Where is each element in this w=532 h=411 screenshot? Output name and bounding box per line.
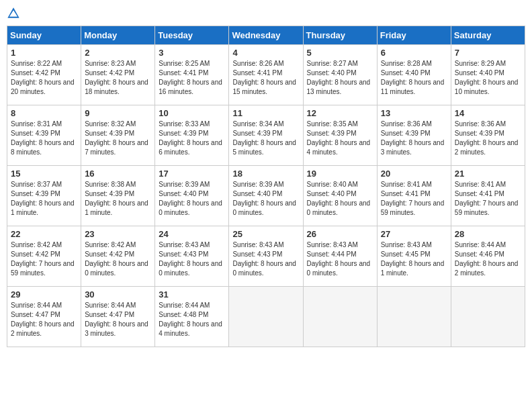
calendar-day-cell: 11 Sunrise: 8:34 AM Sunset: 4:39 PM Dayl… bbox=[229, 105, 303, 166]
day-info: Sunrise: 8:29 AM Sunset: 4:40 PM Dayligh… bbox=[455, 59, 521, 97]
calendar-day-cell bbox=[377, 287, 451, 347]
day-info: Sunrise: 8:37 AM Sunset: 4:39 PM Dayligh… bbox=[11, 180, 77, 218]
calendar-day-cell: 13 Sunrise: 8:36 AM Sunset: 4:39 PM Dayl… bbox=[377, 105, 451, 166]
day-info: Sunrise: 8:42 AM Sunset: 4:42 PM Dayligh… bbox=[11, 240, 77, 278]
day-number: 9 bbox=[85, 108, 151, 118]
day-info: Sunrise: 8:22 AM Sunset: 4:42 PM Dayligh… bbox=[11, 59, 77, 97]
calendar-header-row: SundayMondayTuesdayWednesdayThursdayFrid… bbox=[7, 26, 525, 45]
day-number: 10 bbox=[159, 108, 225, 118]
calendar-week-row: 1 Sunrise: 8:22 AM Sunset: 4:42 PM Dayli… bbox=[7, 45, 525, 105]
day-number: 17 bbox=[159, 169, 225, 179]
calendar-day-header: Tuesday bbox=[155, 26, 229, 45]
day-info: Sunrise: 8:40 AM Sunset: 4:40 PM Dayligh… bbox=[307, 180, 373, 218]
calendar-day-cell: 30 Sunrise: 8:44 AM Sunset: 4:47 PM Dayl… bbox=[81, 287, 155, 347]
day-info: Sunrise: 8:28 AM Sunset: 4:40 PM Dayligh… bbox=[381, 59, 447, 97]
calendar-day-cell: 15 Sunrise: 8:37 AM Sunset: 4:39 PM Dayl… bbox=[7, 166, 81, 226]
day-info: Sunrise: 8:43 AM Sunset: 4:43 PM Dayligh… bbox=[159, 240, 225, 278]
calendar-day-cell: 26 Sunrise: 8:43 AM Sunset: 4:44 PM Dayl… bbox=[303, 226, 377, 287]
day-info: Sunrise: 8:34 AM Sunset: 4:39 PM Dayligh… bbox=[232, 120, 299, 157]
calendar-day-cell: 25 Sunrise: 8:43 AM Sunset: 4:43 PM Dayl… bbox=[229, 226, 303, 287]
day-info: Sunrise: 8:43 AM Sunset: 4:44 PM Dayligh… bbox=[307, 240, 373, 278]
day-info: Sunrise: 8:42 AM Sunset: 4:42 PM Dayligh… bbox=[85, 240, 151, 278]
day-number: 31 bbox=[159, 289, 225, 300]
day-number: 30 bbox=[85, 289, 151, 300]
calendar-table: SundayMondayTuesdayWednesdayThursdayFrid… bbox=[7, 26, 525, 347]
day-info: Sunrise: 8:44 AM Sunset: 4:47 PM Dayligh… bbox=[11, 301, 77, 338]
day-number: 16 bbox=[85, 169, 151, 179]
day-number: 23 bbox=[85, 229, 151, 239]
day-number: 24 bbox=[159, 229, 225, 239]
day-info: Sunrise: 8:36 AM Sunset: 4:39 PM Dayligh… bbox=[455, 120, 521, 157]
calendar-day-header: Thursday bbox=[303, 26, 377, 45]
calendar-day-cell: 23 Sunrise: 8:42 AM Sunset: 4:42 PM Dayl… bbox=[81, 226, 155, 287]
day-number: 14 bbox=[455, 108, 521, 118]
calendar-day-header: Wednesday bbox=[229, 26, 303, 45]
calendar-day-cell bbox=[229, 287, 303, 347]
day-info: Sunrise: 8:26 AM Sunset: 4:41 PM Dayligh… bbox=[232, 59, 299, 97]
calendar-day-cell bbox=[451, 287, 525, 347]
day-number: 26 bbox=[307, 229, 373, 239]
day-number: 3 bbox=[159, 48, 225, 58]
day-info: Sunrise: 8:39 AM Sunset: 4:40 PM Dayligh… bbox=[232, 180, 299, 218]
day-info: Sunrise: 8:23 AM Sunset: 4:42 PM Dayligh… bbox=[85, 59, 151, 97]
calendar-day-cell: 31 Sunrise: 8:44 AM Sunset: 4:48 PM Dayl… bbox=[155, 287, 229, 347]
calendar-day-cell: 3 Sunrise: 8:25 AM Sunset: 4:41 PM Dayli… bbox=[155, 45, 229, 105]
calendar-day-cell: 28 Sunrise: 8:44 AM Sunset: 4:46 PM Dayl… bbox=[451, 226, 525, 287]
day-info: Sunrise: 8:44 AM Sunset: 4:46 PM Dayligh… bbox=[455, 240, 521, 278]
day-number: 4 bbox=[232, 48, 299, 58]
day-info: Sunrise: 8:33 AM Sunset: 4:39 PM Dayligh… bbox=[159, 120, 225, 157]
day-info: Sunrise: 8:43 AM Sunset: 4:43 PM Dayligh… bbox=[232, 240, 299, 278]
calendar-week-row: 15 Sunrise: 8:37 AM Sunset: 4:39 PM Dayl… bbox=[7, 166, 525, 226]
calendar-day-cell: 9 Sunrise: 8:32 AM Sunset: 4:39 PM Dayli… bbox=[81, 105, 155, 166]
day-number: 22 bbox=[11, 229, 77, 239]
day-number: 21 bbox=[455, 169, 521, 179]
day-number: 15 bbox=[11, 169, 77, 179]
day-info: Sunrise: 8:35 AM Sunset: 4:39 PM Dayligh… bbox=[307, 120, 373, 157]
day-number: 5 bbox=[307, 48, 373, 58]
day-number: 19 bbox=[307, 169, 373, 179]
day-info: Sunrise: 8:38 AM Sunset: 4:39 PM Dayligh… bbox=[85, 180, 151, 218]
calendar-day-cell: 16 Sunrise: 8:38 AM Sunset: 4:39 PM Dayl… bbox=[81, 166, 155, 226]
day-number: 6 bbox=[381, 48, 447, 58]
day-info: Sunrise: 8:32 AM Sunset: 4:39 PM Dayligh… bbox=[85, 120, 151, 157]
calendar-day-header: Sunday bbox=[7, 26, 81, 45]
day-info: Sunrise: 8:27 AM Sunset: 4:40 PM Dayligh… bbox=[307, 59, 373, 97]
calendar-day-cell: 4 Sunrise: 8:26 AM Sunset: 4:41 PM Dayli… bbox=[229, 45, 303, 105]
calendar-day-cell: 24 Sunrise: 8:43 AM Sunset: 4:43 PM Dayl… bbox=[155, 226, 229, 287]
calendar-day-cell: 18 Sunrise: 8:39 AM Sunset: 4:40 PM Dayl… bbox=[229, 166, 303, 226]
day-number: 11 bbox=[232, 108, 299, 118]
day-info: Sunrise: 8:43 AM Sunset: 4:45 PM Dayligh… bbox=[381, 240, 447, 278]
calendar-day-cell: 8 Sunrise: 8:31 AM Sunset: 4:39 PM Dayli… bbox=[7, 105, 81, 166]
calendar-day-header: Friday bbox=[377, 26, 451, 45]
calendar-day-cell: 5 Sunrise: 8:27 AM Sunset: 4:40 PM Dayli… bbox=[303, 45, 377, 105]
calendar-day-cell: 1 Sunrise: 8:22 AM Sunset: 4:42 PM Dayli… bbox=[7, 45, 81, 105]
calendar-day-cell: 27 Sunrise: 8:43 AM Sunset: 4:45 PM Dayl… bbox=[377, 226, 451, 287]
day-info: Sunrise: 8:41 AM Sunset: 4:41 PM Dayligh… bbox=[381, 180, 447, 218]
calendar-day-header: Saturday bbox=[451, 26, 525, 45]
day-number: 1 bbox=[11, 48, 77, 58]
day-number: 2 bbox=[85, 48, 151, 58]
calendar-day-cell: 12 Sunrise: 8:35 AM Sunset: 4:39 PM Dayl… bbox=[303, 105, 377, 166]
day-info: Sunrise: 8:25 AM Sunset: 4:41 PM Dayligh… bbox=[159, 59, 225, 97]
calendar-day-cell: 19 Sunrise: 8:40 AM Sunset: 4:40 PM Dayl… bbox=[303, 166, 377, 226]
day-number: 7 bbox=[455, 48, 521, 58]
calendar-day-cell: 7 Sunrise: 8:29 AM Sunset: 4:40 PM Dayli… bbox=[451, 45, 525, 105]
day-info: Sunrise: 8:39 AM Sunset: 4:40 PM Dayligh… bbox=[159, 180, 225, 218]
day-number: 29 bbox=[11, 289, 77, 300]
calendar-day-cell: 6 Sunrise: 8:28 AM Sunset: 4:40 PM Dayli… bbox=[377, 45, 451, 105]
calendar-day-header: Monday bbox=[81, 26, 155, 45]
calendar-day-cell: 29 Sunrise: 8:44 AM Sunset: 4:47 PM Dayl… bbox=[7, 287, 81, 347]
calendar-day-cell: 21 Sunrise: 8:41 AM Sunset: 4:41 PM Dayl… bbox=[451, 166, 525, 226]
day-info: Sunrise: 8:41 AM Sunset: 4:41 PM Dayligh… bbox=[455, 180, 521, 218]
calendar-week-row: 22 Sunrise: 8:42 AM Sunset: 4:42 PM Dayl… bbox=[7, 226, 525, 287]
logo-icon bbox=[7, 7, 20, 20]
day-number: 18 bbox=[232, 169, 299, 179]
calendar-day-cell bbox=[303, 287, 377, 347]
day-number: 12 bbox=[307, 108, 373, 118]
calendar-day-cell: 20 Sunrise: 8:41 AM Sunset: 4:41 PM Dayl… bbox=[377, 166, 451, 226]
day-number: 20 bbox=[381, 169, 447, 179]
calendar-day-cell: 2 Sunrise: 8:23 AM Sunset: 4:42 PM Dayli… bbox=[81, 45, 155, 105]
calendar-week-row: 8 Sunrise: 8:31 AM Sunset: 4:39 PM Dayli… bbox=[7, 105, 525, 166]
day-info: Sunrise: 8:31 AM Sunset: 4:39 PM Dayligh… bbox=[11, 120, 77, 157]
day-info: Sunrise: 8:44 AM Sunset: 4:47 PM Dayligh… bbox=[85, 301, 151, 338]
